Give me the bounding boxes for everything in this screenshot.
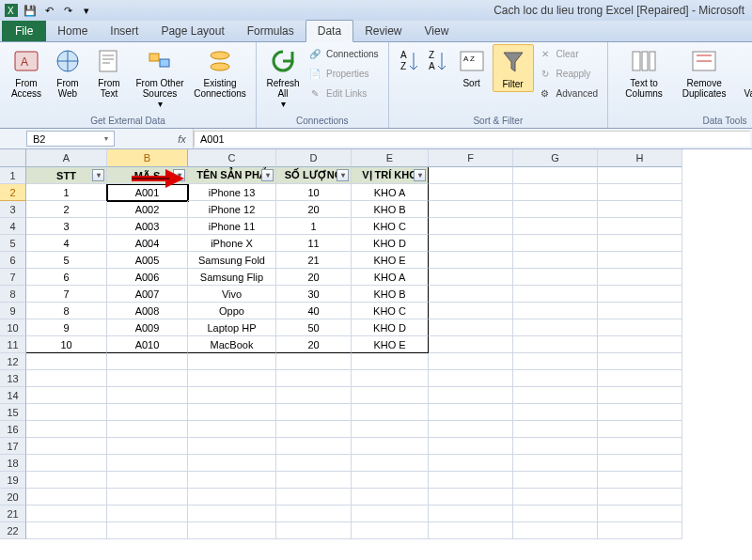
cell-D12[interactable] <box>276 353 352 370</box>
row-header-1[interactable]: 1 <box>0 167 26 184</box>
cell-F15[interactable] <box>429 404 513 421</box>
cell-G4[interactable] <box>513 218 598 235</box>
cell-C12[interactable] <box>188 353 276 370</box>
cell-B5[interactable]: A004 <box>107 235 188 252</box>
cell-H19[interactable] <box>598 472 682 489</box>
cell-E1[interactable]: VỊ TRÍ KHO▾ <box>352 167 429 184</box>
row-header-6[interactable]: 6 <box>0 252 26 269</box>
cell-E3[interactable]: KHO B <box>352 201 429 218</box>
cell-B22[interactable] <box>107 522 188 539</box>
cell-G5[interactable] <box>513 235 598 252</box>
cell-H10[interactable] <box>598 319 682 336</box>
cell-E14[interactable] <box>352 387 429 404</box>
cell-H21[interactable] <box>598 506 682 522</box>
cell-B2[interactable]: A001 <box>107 184 188 201</box>
tab-data[interactable]: Data <box>306 20 353 42</box>
cell-G17[interactable] <box>513 438 598 455</box>
cell-A1[interactable]: STT▾ <box>26 167 107 184</box>
cell-D4[interactable]: 1 <box>276 218 352 235</box>
remove-duplicates-button[interactable]: Remove Duplicates <box>674 44 734 101</box>
cell-F1[interactable] <box>429 167 513 184</box>
cell-F5[interactable] <box>429 235 513 252</box>
row-header-17[interactable]: 17 <box>0 438 26 455</box>
connections-button[interactable]: 🔗Connections <box>304 44 383 64</box>
cell-H9[interactable] <box>598 303 682 319</box>
cell-F4[interactable] <box>429 218 513 235</box>
cell-E9[interactable]: KHO C <box>352 303 429 319</box>
cell-H4[interactable] <box>598 218 682 235</box>
cell-A20[interactable] <box>26 489 107 506</box>
cell-D10[interactable]: 50 <box>276 319 352 336</box>
cell-E10[interactable]: KHO D <box>352 319 429 336</box>
cell-D19[interactable] <box>276 472 352 489</box>
cell-A11[interactable]: 10 <box>26 336 107 353</box>
cell-C18[interactable] <box>188 455 276 472</box>
cell-B6[interactable]: A005 <box>107 252 188 269</box>
cell-F8[interactable] <box>429 286 513 303</box>
cell-A17[interactable] <box>26 438 107 455</box>
cell-E2[interactable]: KHO A <box>352 184 429 201</box>
cell-F12[interactable] <box>429 353 513 370</box>
row-header-14[interactable]: 14 <box>0 387 26 404</box>
cell-C3[interactable]: iPhone 12 <box>188 201 276 218</box>
row-header-12[interactable]: 12 <box>0 353 26 370</box>
row-header-20[interactable]: 20 <box>0 489 26 506</box>
cell-C19[interactable] <box>188 472 276 489</box>
cell-B18[interactable] <box>107 455 188 472</box>
cell-C10[interactable]: Laptop HP <box>188 319 276 336</box>
sort-za-button[interactable]: ZA <box>423 44 451 80</box>
cell-B4[interactable]: A003 <box>107 218 188 235</box>
cell-B3[interactable]: A002 <box>107 201 188 218</box>
cell-D21[interactable] <box>276 506 352 522</box>
undo-icon[interactable]: ↶ <box>41 3 56 18</box>
cell-B1[interactable]: MÃ S▾ <box>107 167 188 184</box>
cell-D9[interactable]: 40 <box>276 303 352 319</box>
cell-H20[interactable] <box>598 489 682 506</box>
tab-review[interactable]: Review <box>353 21 413 41</box>
refresh-all-button[interactable]: Refresh All▾ <box>262 44 304 111</box>
cell-A2[interactable]: 1 <box>26 184 107 201</box>
cell-A7[interactable]: 6 <box>26 269 107 286</box>
cell-F7[interactable] <box>429 269 513 286</box>
cell-C16[interactable] <box>188 421 276 438</box>
cell-H7[interactable] <box>598 269 682 286</box>
cell-A21[interactable] <box>26 506 107 522</box>
cell-A3[interactable]: 2 <box>26 201 107 218</box>
cell-A5[interactable]: 4 <box>26 235 107 252</box>
cell-D15[interactable] <box>276 404 352 421</box>
column-header-H[interactable]: H <box>598 149 682 167</box>
tab-home[interactable]: Home <box>46 21 99 41</box>
tab-page-layout[interactable]: Page Layout <box>149 21 235 41</box>
cell-A19[interactable] <box>26 472 107 489</box>
row-header-22[interactable]: 22 <box>0 522 26 539</box>
cell-E22[interactable] <box>352 522 429 539</box>
cell-B11[interactable]: A010 <box>107 336 188 353</box>
column-header-C[interactable]: C <box>188 149 276 167</box>
cell-B21[interactable] <box>107 506 188 522</box>
cell-G14[interactable] <box>513 387 598 404</box>
cell-C5[interactable]: iPhone X <box>188 235 276 252</box>
cell-E12[interactable] <box>352 353 429 370</box>
column-header-F[interactable]: F <box>429 149 513 167</box>
cell-B17[interactable] <box>107 438 188 455</box>
cell-G1[interactable] <box>513 167 598 184</box>
filter-dropdown-B[interactable]: ▾ <box>173 169 185 181</box>
cell-A13[interactable] <box>26 370 107 387</box>
cell-A16[interactable] <box>26 421 107 438</box>
cell-H11[interactable] <box>598 336 682 353</box>
cell-C21[interactable] <box>188 506 276 522</box>
cell-F10[interactable] <box>429 319 513 336</box>
cell-G8[interactable] <box>513 286 598 303</box>
sort-button[interactable]: A ZSort <box>451 44 493 90</box>
cell-A9[interactable]: 8 <box>26 303 107 319</box>
from-text-button[interactable]: From Text <box>88 44 130 101</box>
cell-C2[interactable]: iPhone 13 <box>188 184 276 201</box>
cell-D8[interactable]: 30 <box>276 286 352 303</box>
row-header-8[interactable]: 8 <box>0 286 26 303</box>
row-header-7[interactable]: 7 <box>0 269 26 286</box>
cell-G19[interactable] <box>513 472 598 489</box>
tab-formulas[interactable]: Formulas <box>236 21 306 41</box>
cell-H3[interactable] <box>598 201 682 218</box>
cell-A8[interactable]: 7 <box>26 286 107 303</box>
cell-H1[interactable] <box>598 167 682 184</box>
